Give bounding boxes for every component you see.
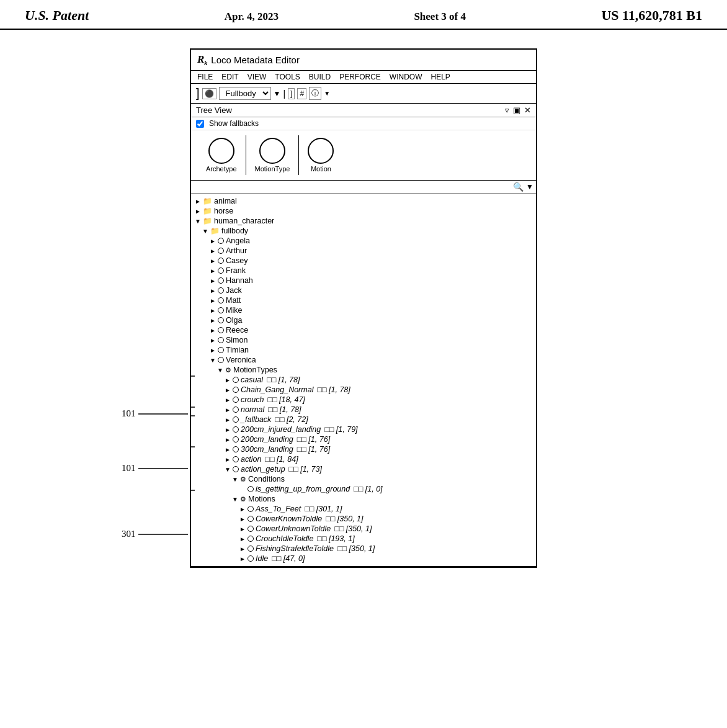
arrow-jack: ► <box>210 287 216 294</box>
arrow-arthur: ► <box>210 248 216 254</box>
tree-item-frank[interactable]: ► Frank <box>195 266 532 276</box>
label-mike: Mike <box>226 306 242 315</box>
tree-item-action[interactable]: ► action □□ [1, 84] <box>195 454 532 464</box>
tree-item-veronica[interactable]: ▼ Veronica <box>195 355 532 365</box>
tree-item-crouch[interactable]: ► crouch □□ [18, 47] <box>195 395 532 405</box>
tree-item-action-getup[interactable]: ▼ action_getup □□ [1, 73] <box>195 464 532 474</box>
tree-item-simon[interactable]: ► Simon <box>195 335 532 345</box>
patent-header: U.S. Patent Apr. 4, 2023 Sheet 3 of 4 US… <box>0 0 727 30</box>
title-bar: Rk Loco Metadata Editor <box>191 50 536 71</box>
main-content: 101 101 301 Rk Loco Metadata Editor <box>0 30 727 580</box>
tree-panel: Tree View ▿ ▣ ✕ Show fallbacks <box>191 104 536 567</box>
label-casual: casual <box>241 375 263 384</box>
tree-item-casual[interactable]: ► casual □□ [1, 78] <box>195 375 532 385</box>
toolbar-hash-btn[interactable]: # <box>297 88 306 99</box>
tree-item-animal[interactable]: ► 📁 animal <box>195 196 532 206</box>
tree-item-timian[interactable]: ► Timian <box>195 345 532 355</box>
tree-item-200cm-injured[interactable]: ► 200cm_injured_landing □□ [1, 79] <box>195 425 532 434</box>
tree-item-chain-gang[interactable]: ► Chain_Gang_Normal □□ [1, 78] <box>195 385 532 395</box>
menu-view[interactable]: VIEW <box>248 73 267 81</box>
tree-item-motiontypes[interactable]: ▼ ⚙ MotionTypes <box>195 365 532 375</box>
menu-perforce[interactable]: PERFORCE <box>339 73 381 81</box>
circle-icon-casual <box>233 377 239 383</box>
tree-item-matt[interactable]: ► Matt <box>195 295 532 305</box>
tree-item-fullbody[interactable]: ▼ 📁 fullbody <box>195 226 532 236</box>
tree-item-300cm-landing[interactable]: ► 300cm_landing □□ [1, 76] <box>195 444 532 454</box>
motiontype-label: MotionType <box>255 165 290 173</box>
tree-item-hannah[interactable]: ► Hannah <box>195 276 532 285</box>
patent-sheet: Sheet 3 of 4 <box>414 11 466 23</box>
panel-pin-icon[interactable]: ▿ <box>505 106 509 115</box>
tree-item-idle[interactable]: ► Idle □□ [47, 0] <box>195 554 532 564</box>
menu-build[interactable]: BUILD <box>309 73 331 81</box>
menu-file[interactable]: FILE <box>197 73 213 81</box>
tree-item-motions[interactable]: ▼ ⚙ Motions <box>195 494 532 504</box>
circle-icon-veronica <box>218 357 224 363</box>
circle-icon-mike <box>218 307 224 313</box>
arrow-cower-known: ► <box>239 516 246 523</box>
tree-item-olga[interactable]: ► Olga <box>195 315 532 325</box>
tree-item-crouch-idle[interactable]: ► CrouchIdleToldle □□ [193, 1] <box>195 534 532 544</box>
label-action: action <box>241 455 261 464</box>
arrow-crouch-idle: ► <box>239 536 246 542</box>
suffix-fallback: □□ [2, 72] <box>275 415 308 424</box>
label-fishing: FishingStrafeldleToldle <box>256 544 334 553</box>
label-motiontypes: MotionTypes <box>233 366 277 374</box>
tree-item-fishing[interactable]: ► FishingStrafeldleToldle □□ [350, 1] <box>195 544 532 554</box>
archetype-icon <box>208 138 234 164</box>
menu-help[interactable]: HELP <box>431 73 450 81</box>
search-dropdown-arrow[interactable]: ▼ <box>526 182 533 192</box>
motiontype-icon <box>259 138 285 164</box>
tree-item-mike[interactable]: ► Mike <box>195 305 532 315</box>
arrow-olga: ► <box>210 317 216 324</box>
tree-item-cower-unknown[interactable]: ► CowerUnknownToldle □□ [350, 1] <box>195 524 532 534</box>
suffix-normal: □□ [1, 78] <box>268 405 301 414</box>
tree-item-arthur[interactable]: ► Arthur <box>195 246 532 256</box>
toolbar-person-btn[interactable]: ⚫ <box>202 88 216 99</box>
menu-edit[interactable]: EDIT <box>221 73 238 81</box>
label-reece: Reece <box>226 326 248 335</box>
panel-dock-icon[interactable]: ▣ <box>513 106 520 115</box>
toolbar-separator-1: | <box>283 89 285 99</box>
label-simon: Simon <box>226 336 248 344</box>
search-button[interactable]: 🔍 <box>513 182 524 192</box>
arrow-200cm-landing: ► <box>225 436 231 443</box>
tree-panel-header: Tree View ▿ ▣ ✕ <box>191 104 536 117</box>
tree-item-normal[interactable]: ► normal □□ [1, 78] <box>195 405 532 415</box>
arrow-casual: ► <box>225 377 231 384</box>
label-frank: Frank <box>226 266 246 275</box>
tree-item-horse[interactable]: ► 📁 horse <box>195 206 532 216</box>
panel-close-icon[interactable]: ✕ <box>524 106 531 115</box>
tree-item-casey[interactable]: ► Casey <box>195 256 532 266</box>
label-angela: Angela <box>226 236 250 245</box>
tree-item-reece[interactable]: ► Reece <box>195 325 532 335</box>
menu-window[interactable]: WINDOW <box>390 73 422 81</box>
arrow-reece: ► <box>210 327 216 334</box>
tree-item-jack[interactable]: ► Jack <box>195 285 532 295</box>
toolbar-bracket-btn[interactable]: ] <box>288 88 295 99</box>
tree-item-200cm-landing[interactable]: ► 200cm_landing □□ [1, 76] <box>195 434 532 444</box>
arrow-timian: ► <box>210 347 216 354</box>
tree-item-fallback[interactable]: ► _fallback □□ [2, 72] <box>195 415 532 425</box>
menu-tools[interactable]: TOOLS <box>275 73 300 81</box>
tree-item-ass-to-feet[interactable]: ► Ass_To_Feet □□ [301, 1] <box>195 504 532 514</box>
circle-icon-reece <box>218 327 224 333</box>
arrow-300cm-landing: ► <box>225 446 231 453</box>
label-cower-unknown: CowerUnknownToldle <box>256 524 331 533</box>
label-matt: Matt <box>226 296 241 305</box>
tree-item-cower-known[interactable]: ► CowerKnownToldle □□ [350, 1] <box>195 514 532 524</box>
tree-item-conditions[interactable]: ▼ ⚙ Conditions <box>195 474 532 484</box>
toolbar-help-btn[interactable]: ⓘ <box>309 87 321 100</box>
arrow-frank: ► <box>210 267 216 274</box>
tree-item-angela[interactable]: ► Angela <box>195 236 532 246</box>
arrow-animal: ► <box>195 198 201 205</box>
tree-item-is-getting-up[interactable]: is_getting_up_from_ground □□ [1, 0] <box>195 484 532 494</box>
show-fallbacks-checkbox[interactable] <box>196 120 204 128</box>
circle-icon-300cm-landing <box>233 446 239 452</box>
toolbar-dropdown[interactable]: Fullbody <box>219 87 271 100</box>
tree-content[interactable]: ► 📁 animal ► 📁 horse ▼ <box>191 194 536 566</box>
arrow-cower-unknown: ► <box>239 526 246 533</box>
arrow-horse: ► <box>195 208 201 215</box>
motion-label: Motion <box>311 165 331 173</box>
tree-item-human-character[interactable]: ▼ 📁 human_character <box>195 216 532 226</box>
